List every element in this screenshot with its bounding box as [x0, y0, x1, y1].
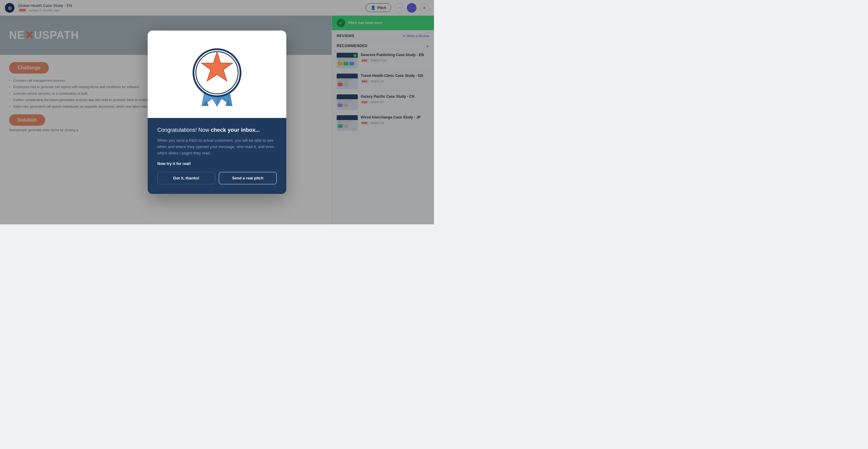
modal-buttons: Got it, thanks! Send a real pitch [157, 172, 277, 184]
modal-cta-text: Now try it for real! [157, 161, 277, 166]
medal-icon [184, 42, 250, 109]
modal-description: When you send a Pitch to actual customer… [157, 138, 277, 156]
send-real-pitch-button[interactable]: Send a real pitch [219, 172, 277, 184]
modal-title: Congratulations! Now check your inbox... [157, 126, 277, 134]
modal-title-bold: check your inbox... [211, 127, 260, 133]
got-it-button[interactable]: Got it, thanks! [157, 172, 215, 184]
modal-content-section: Congratulations! Now check your inbox...… [148, 118, 286, 194]
modal-image-section [148, 30, 286, 118]
congratulations-modal: Congratulations! Now check your inbox...… [148, 30, 286, 194]
